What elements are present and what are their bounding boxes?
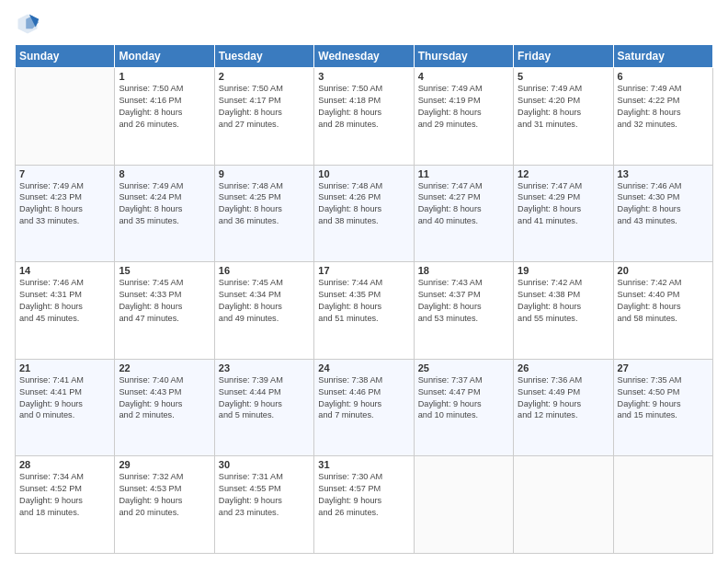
- calendar-cell: 6Sunrise: 7:49 AMSunset: 4:22 PMDaylight…: [613, 68, 712, 166]
- cell-text-line: Daylight: 8 hours: [318, 203, 409, 215]
- cell-text-line: Sunset: 4:19 PM: [418, 95, 509, 107]
- cell-text-line: Daylight: 8 hours: [518, 107, 609, 119]
- day-number: 21: [19, 362, 110, 373]
- cell-text-line: and 10 minutes.: [418, 409, 509, 421]
- cell-text-line: Sunset: 4:31 PM: [19, 289, 110, 301]
- cell-text-line: Daylight: 8 hours: [19, 301, 110, 313]
- cell-text-line: and 23 minutes.: [219, 507, 310, 519]
- day-number: 30: [219, 459, 310, 470]
- cell-text-line: Sunrise: 7:46 AM: [618, 180, 709, 192]
- calendar-cell: 11Sunrise: 7:47 AMSunset: 4:27 PMDayligh…: [414, 165, 513, 262]
- cell-text-line: and 51 minutes.: [318, 313, 409, 325]
- cell-text-line: Sunrise: 7:46 AM: [19, 277, 110, 289]
- cell-text-line: Sunrise: 7:41 AM: [19, 374, 110, 386]
- cell-text-line: Sunset: 4:55 PM: [219, 483, 310, 495]
- day-number: 16: [219, 265, 310, 276]
- calendar-cell: 29Sunrise: 7:32 AMSunset: 4:53 PMDayligh…: [115, 456, 214, 554]
- cell-text-line: Sunrise: 7:49 AM: [19, 180, 110, 192]
- cell-text-line: and 15 minutes.: [618, 409, 709, 421]
- calendar-cell: 23Sunrise: 7:39 AMSunset: 4:44 PMDayligh…: [214, 359, 313, 456]
- calendar-cell: 4Sunrise: 7:49 AMSunset: 4:19 PMDaylight…: [414, 68, 513, 166]
- calendar-cell: 8Sunrise: 7:49 AMSunset: 4:24 PMDaylight…: [115, 165, 214, 262]
- calendar-cell: 22Sunrise: 7:40 AMSunset: 4:43 PMDayligh…: [115, 359, 214, 456]
- calendar-cell: 7Sunrise: 7:49 AMSunset: 4:23 PMDaylight…: [16, 165, 115, 262]
- cell-text-line: Sunset: 4:16 PM: [119, 95, 210, 107]
- cell-text-line: and 53 minutes.: [418, 313, 509, 325]
- cell-text-line: and 45 minutes.: [19, 313, 110, 325]
- calendar-cell: 26Sunrise: 7:36 AMSunset: 4:49 PMDayligh…: [514, 359, 613, 456]
- calendar-cell: 13Sunrise: 7:46 AMSunset: 4:30 PMDayligh…: [613, 165, 712, 262]
- cell-text-line: and 36 minutes.: [219, 215, 310, 227]
- cell-text-line: and 31 minutes.: [518, 119, 609, 131]
- cell-text-line: and 40 minutes.: [418, 215, 509, 227]
- cell-text-line: and 41 minutes.: [518, 215, 609, 227]
- calendar-cell: 28Sunrise: 7:34 AMSunset: 4:52 PMDayligh…: [16, 456, 115, 554]
- day-number: 25: [418, 362, 509, 373]
- logo: [15, 11, 42, 37]
- cell-text-line: Sunrise: 7:38 AM: [318, 374, 409, 386]
- day-number: 22: [119, 362, 210, 373]
- day-number: 1: [119, 71, 210, 82]
- cell-text-line: Sunrise: 7:48 AM: [219, 180, 310, 192]
- cell-text-line: Sunrise: 7:48 AM: [318, 180, 409, 192]
- day-number: 12: [518, 168, 609, 179]
- cell-text-line: Sunset: 4:50 PM: [618, 386, 709, 398]
- cell-text-line: Sunset: 4:30 PM: [618, 191, 709, 203]
- weekday-header-tuesday: Tuesday: [214, 45, 313, 68]
- cell-text-line: Sunset: 4:17 PM: [219, 95, 310, 107]
- day-number: 23: [219, 362, 310, 373]
- week-row-4: 21Sunrise: 7:41 AMSunset: 4:41 PMDayligh…: [16, 359, 713, 456]
- cell-text-line: Daylight: 8 hours: [518, 301, 609, 313]
- cell-text-line: Daylight: 8 hours: [318, 107, 409, 119]
- cell-text-line: Daylight: 8 hours: [318, 301, 409, 313]
- cell-text-line: Daylight: 8 hours: [618, 301, 709, 313]
- cell-text-line: and 33 minutes.: [19, 215, 110, 227]
- cell-text-line: Daylight: 8 hours: [119, 301, 210, 313]
- cell-text-line: Daylight: 9 hours: [318, 398, 409, 410]
- day-number: 17: [318, 265, 409, 276]
- calendar-cell: 18Sunrise: 7:43 AMSunset: 4:37 PMDayligh…: [414, 262, 513, 360]
- day-number: 15: [119, 265, 210, 276]
- cell-text-line: Sunrise: 7:30 AM: [318, 471, 409, 483]
- cell-text-line: and 35 minutes.: [119, 215, 210, 227]
- cell-text-line: Sunset: 4:53 PM: [119, 483, 210, 495]
- cell-text-line: and 58 minutes.: [618, 313, 709, 325]
- cell-text-line: Sunrise: 7:47 AM: [418, 180, 509, 192]
- cell-text-line: Daylight: 8 hours: [219, 301, 310, 313]
- cell-text-line: Sunset: 4:18 PM: [318, 95, 409, 107]
- cell-text-line: Sunrise: 7:50 AM: [219, 83, 310, 95]
- day-number: 8: [119, 168, 210, 179]
- calendar-cell: 5Sunrise: 7:49 AMSunset: 4:20 PMDaylight…: [514, 68, 613, 166]
- cell-text-line: Sunset: 4:35 PM: [318, 289, 409, 301]
- calendar-cell: 1Sunrise: 7:50 AMSunset: 4:16 PMDaylight…: [115, 68, 214, 166]
- cell-text-line: Sunset: 4:46 PM: [318, 386, 409, 398]
- cell-text-line: Daylight: 9 hours: [618, 398, 709, 410]
- day-number: 3: [318, 71, 409, 82]
- cell-text-line: and 5 minutes.: [219, 409, 310, 421]
- cell-text-line: Sunset: 4:52 PM: [19, 483, 110, 495]
- day-number: 5: [518, 71, 609, 82]
- cell-text-line: Sunrise: 7:47 AM: [518, 180, 609, 192]
- cell-text-line: and 49 minutes.: [219, 313, 310, 325]
- calendar-cell: 10Sunrise: 7:48 AMSunset: 4:26 PMDayligh…: [314, 165, 414, 262]
- week-row-3: 14Sunrise: 7:46 AMSunset: 4:31 PMDayligh…: [16, 262, 713, 360]
- cell-text-line: Sunset: 4:33 PM: [119, 289, 210, 301]
- calendar-cell: 25Sunrise: 7:37 AMSunset: 4:47 PMDayligh…: [414, 359, 513, 456]
- cell-text-line: and 28 minutes.: [318, 119, 409, 131]
- cell-text-line: Sunrise: 7:36 AM: [518, 374, 609, 386]
- day-number: 7: [19, 168, 110, 179]
- cell-text-line: Sunset: 4:49 PM: [518, 386, 609, 398]
- day-number: 28: [19, 459, 110, 470]
- cell-text-line: Sunrise: 7:39 AM: [219, 374, 310, 386]
- cell-text-line: Daylight: 8 hours: [418, 107, 509, 119]
- calendar-cell: 16Sunrise: 7:45 AMSunset: 4:34 PMDayligh…: [214, 262, 313, 360]
- weekday-header-friday: Friday: [514, 45, 613, 68]
- cell-text-line: Daylight: 9 hours: [219, 495, 310, 507]
- cell-text-line: Daylight: 9 hours: [518, 398, 609, 410]
- cell-text-line: Daylight: 9 hours: [19, 398, 110, 410]
- cell-text-line: Sunset: 4:26 PM: [318, 191, 409, 203]
- calendar-cell: 12Sunrise: 7:47 AMSunset: 4:29 PMDayligh…: [514, 165, 613, 262]
- cell-text-line: Sunrise: 7:40 AM: [119, 374, 210, 386]
- page: SundayMondayTuesdayWednesdayThursdayFrid…: [0, 0, 728, 563]
- cell-text-line: and 29 minutes.: [418, 119, 509, 131]
